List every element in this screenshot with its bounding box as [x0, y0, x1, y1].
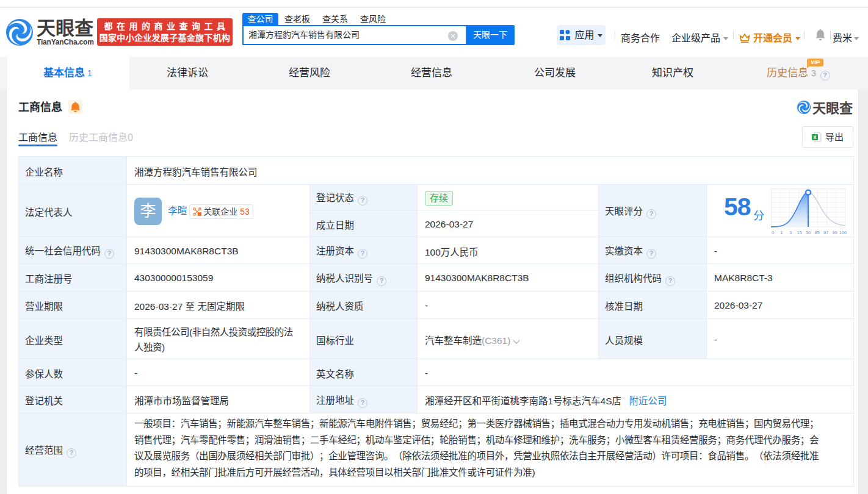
svg-text:50: 50 — [806, 230, 811, 235]
svg-text:100: 100 — [839, 230, 847, 235]
svg-text:97: 97 — [823, 230, 828, 235]
svg-text:0: 0 — [772, 230, 774, 235]
svg-text:1: 1 — [780, 230, 783, 235]
svg-text:3: 3 — [789, 230, 792, 235]
svg-text:15: 15 — [797, 230, 801, 235]
svg-text:85: 85 — [814, 230, 819, 235]
svg-text:99: 99 — [832, 230, 837, 235]
